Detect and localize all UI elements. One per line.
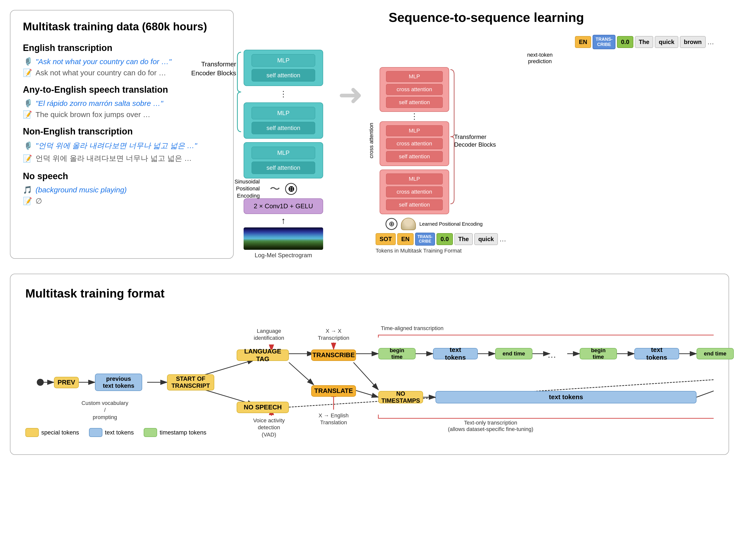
node-text-tokens-1: text tokens: [433, 348, 478, 360]
output-token-quick: quick: [655, 36, 678, 48]
output-token-brown: brown: [680, 36, 706, 48]
input-token-the: The: [454, 233, 473, 245]
output-token-time: 0.0: [617, 36, 633, 48]
dec-mlp-1: MLP: [386, 71, 443, 82]
conv-label: 2 × Conv1D + GELU: [254, 202, 313, 210]
start-dot: [37, 379, 44, 386]
encoder-mlp-3: MLP: [252, 147, 315, 159]
music-icon: 🎵: [23, 185, 32, 194]
input-token-en: EN: [397, 233, 413, 245]
decoder-dots: ⋮: [380, 113, 449, 120]
arrow-transcribe-notimestamps: [353, 363, 378, 390]
dec-mlp-3: MLP: [386, 173, 443, 184]
tokens-format-label: Tokens in Multitask Training Format: [376, 248, 729, 254]
encoder-label: TransformerEncoder Blocks: [181, 60, 236, 78]
node-begin-time-2: begintime: [580, 348, 617, 360]
textonly-label: Text-only transcription(allows dataset-s…: [448, 420, 534, 432]
add-symbol: ⊕: [285, 183, 297, 195]
legend-timestamp-box: [144, 428, 157, 437]
pencil-icon-4: 📝: [23, 196, 32, 205]
english-translation-item: 📝 The quick brown fox jumps over …: [23, 110, 221, 119]
node-translate: TRANSLATE: [311, 385, 356, 397]
nospeech-text-item: 📝 ∅: [23, 196, 221, 205]
korean-text-content: 언덕 위에 올라 내려다보면 너무나 넓고 넓은 …: [35, 153, 192, 163]
legend-special-box: [25, 428, 39, 437]
add-symbol-2: ⊕: [386, 218, 398, 230]
node-no-speech: NO SPEECH: [237, 402, 289, 413]
pencil-icon-1: 📝: [23, 68, 32, 77]
dec-crossattn-1: cross attention: [386, 84, 443, 95]
arrow-texttokenswide-eot: [697, 377, 714, 397]
decoder-section: EN TRANS-CRIBE 0.0 The quick brown … nex…: [365, 35, 729, 254]
bottom-title: Multitask training format: [25, 287, 714, 300]
input-token-quick: quick: [474, 233, 498, 245]
encoder-mlp-1: MLP: [252, 54, 315, 66]
section-title-translation: Any-to-English speech translation: [23, 85, 221, 95]
main-container: Multitask training data (680k hours) Eng…: [0, 0, 739, 465]
empty-symbol: ∅: [35, 196, 42, 205]
up-arrow-conv: ↑: [281, 216, 286, 226]
big-arrow: ➜: [338, 80, 363, 109]
timealigned-label: Time-aligned transcription: [381, 325, 443, 331]
section-title-nonenglish: Non-English transcription: [23, 126, 221, 137]
training-data-box: Multitask training data (680k hours) Eng…: [10, 10, 234, 259]
node-prev: PREV: [54, 377, 79, 388]
decoder-block-1: MLP cross attention self attention: [380, 67, 449, 112]
tilde-symbol: 〜: [270, 182, 280, 196]
encoder-selfattn-2: self attention: [252, 122, 315, 134]
output-token-dots: …: [707, 38, 714, 46]
encoder-mlp-2: MLP: [252, 107, 315, 119]
bottom-section: Multitask training format: [10, 274, 729, 455]
mic-icon-2: 🎙️: [23, 99, 32, 108]
node-language-tag: LANGUAGE TAG: [237, 349, 289, 361]
input-token-00: 0.0: [437, 233, 453, 245]
spectrogram-label: Log-Mel Spectrogram: [255, 252, 312, 259]
encoder-block-1: MLP self attention: [244, 50, 323, 86]
dec-selfattn-1: self attention: [386, 97, 443, 108]
node-begin-time-1: begintime: [378, 348, 416, 360]
node-dots-middle: …: [547, 349, 556, 360]
vad-label: Voice activitydetection(VAD): [242, 417, 296, 438]
learned-enc-label: Learned Positional Encoding: [419, 221, 483, 227]
output-token-en: EN: [575, 36, 591, 48]
nospeech-audio-item: 🎵 (background music playing): [23, 185, 221, 194]
spectrogram-img: [244, 228, 323, 250]
node-transcribe: TRANSCRIBE: [311, 349, 356, 361]
legend-timestamp-label: timestamp tokens: [160, 429, 206, 436]
sinusoidal-label: SinusoidalPositionalEncoding: [200, 178, 260, 199]
output-tokens-row: EN TRANS-CRIBE 0.0 The quick brown …: [365, 35, 729, 49]
dec-selfattn-3: self attention: [386, 199, 443, 210]
legend-text-box: [89, 428, 103, 437]
next-token-label: next-tokenprediction: [365, 52, 729, 64]
spanish-audio-item: 🎙️ "El rápido zorro marrón salta sobre ……: [23, 99, 221, 108]
english-translation-text: The quick brown fox jumps over …: [35, 110, 150, 119]
arrow-translate-notimestamps: [353, 390, 378, 397]
input-token-transcribe: TRANS-CRIBE: [415, 233, 435, 246]
arrow-langtag-translate: [289, 363, 314, 385]
encoder-blocks: MLP self attention ⋮ MLP self attention …: [244, 50, 323, 178]
section-title-nospeech: No speech: [23, 171, 221, 181]
encoder-brace: [236, 50, 244, 134]
input-token-sot: SOT: [376, 233, 396, 245]
encoder-selfattn-3: self attention: [252, 162, 315, 174]
legend-special-label: special tokens: [41, 429, 79, 436]
customvocab-label: Custom vocabulary /prompting: [80, 400, 130, 421]
cylinder-icon: [401, 218, 416, 230]
node-text-tokens-2: text tokens: [634, 348, 679, 360]
input-token-dots: …: [499, 235, 506, 243]
node-prev-text: previoustext tokens: [95, 374, 142, 391]
decoder-blocks-container: MLP cross attention self attention ⋮ MLP…: [380, 67, 449, 214]
korean-audio-text: "언덕 위에 올라 내려다보면 너무나 넓고 넓은 …": [35, 141, 197, 151]
seq2seq-section: Sequence-to-sequence learning Transforme…: [244, 10, 729, 259]
node-no-timestamps: NOTIMESTAMPS: [378, 391, 423, 403]
node-text-tokens-wide: text tokens: [436, 391, 697, 403]
mic-icon-3: 🎙️: [23, 141, 32, 150]
dec-crossattn-2: cross attention: [386, 138, 443, 149]
cross-attention-label: cross attention: [368, 123, 375, 158]
legend-text-label: text tokens: [105, 429, 134, 436]
decoder-label: TransformerDecoder Blocks: [454, 133, 504, 148]
decoder-main-row: cross attention MLP cross attention self…: [365, 67, 729, 214]
legend-timestamp: timestamp tokens: [144, 428, 206, 437]
dec-selfattn-2: self attention: [386, 151, 443, 162]
format-diagram: Time-aligned transcription Languageident…: [25, 313, 714, 442]
